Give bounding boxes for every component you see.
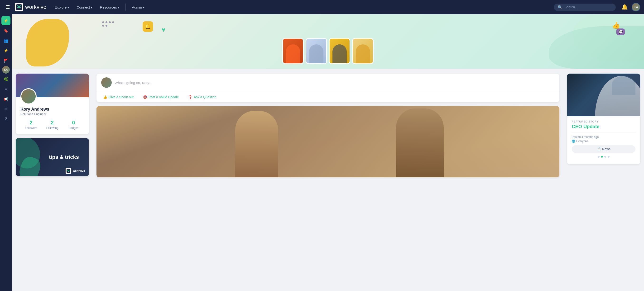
- hero-photo-4: [352, 38, 374, 64]
- sidebar-item-people[interactable]: 👥: [2, 36, 10, 45]
- followers-label: Followers: [20, 126, 42, 130]
- featured-tag[interactable]: 📄 News: [572, 145, 636, 153]
- ask-question-icon: ❓: [188, 95, 192, 99]
- tips-title: tips & tricks: [49, 154, 84, 160]
- badges-stat[interactable]: 0 Badges: [63, 120, 84, 130]
- hero-photo-2: [306, 38, 327, 64]
- globe-icon: 🌐: [572, 140, 575, 143]
- sidebar-item-feed[interactable]: ⚡: [2, 46, 10, 55]
- sidebar-item-bookmarks[interactable]: 🔖: [2, 26, 10, 35]
- sidebar-item-layers[interactable]: ≡: [2, 84, 10, 93]
- badges-count: 0: [63, 120, 84, 126]
- feed-overlay: [96, 106, 560, 177]
- sidebar: ⚡ 🔖 👥 ⚡ 🚩 KA 🌿 ≡ 📢 ⚙ 🎙: [0, 14, 12, 291]
- following-stat[interactable]: 2 Following: [42, 120, 63, 130]
- admin-chevron: [143, 5, 144, 9]
- featured-meta: Posted 4 months ago 🌐 Everyone: [572, 132, 636, 143]
- hero-photo-1: [282, 38, 304, 64]
- feed-photo-background: [96, 106, 560, 177]
- main-wrapper: 🔔 ♥ 👍 💬: [12, 14, 644, 291]
- main-nav: Explore Connect Resources Admin: [51, 3, 148, 11]
- carousel-dot-1[interactable]: [598, 156, 600, 158]
- shoutout-action[interactable]: 👍 Give a Shout-out: [101, 94, 136, 100]
- carousel-dot-4[interactable]: [608, 156, 610, 158]
- menu-icon[interactable]: ☰: [4, 3, 12, 11]
- search-bar[interactable]: 🔍: [554, 3, 616, 11]
- badges-label: Badges: [63, 126, 84, 130]
- featured-photo: [567, 74, 640, 116]
- tips-content: tips & tricks: [16, 138, 89, 176]
- hero-dot: [106, 21, 108, 23]
- center-panel: What's going on, Kory? 👍 Give a Shout-ou…: [93, 69, 563, 291]
- content-row: Kory Andrews Solutions Engineer 2 Follow…: [12, 69, 644, 291]
- featured-body: FEATURED STORY CEO Update Posted 4 month…: [567, 116, 640, 164]
- app-name: workvivo: [25, 4, 46, 10]
- sidebar-item-activity[interactable]: ⚡: [2, 16, 10, 25]
- post-avatar: [101, 77, 112, 88]
- value-update-label: Post a Value Update: [148, 95, 179, 99]
- following-count: 2: [42, 120, 63, 126]
- followers-stat[interactable]: 2 Followers: [20, 120, 42, 130]
- featured-tag-label: News: [602, 147, 610, 151]
- featured-card: FEATURED STORY CEO Update Posted 4 month…: [567, 74, 640, 164]
- post-input[interactable]: What's going on, Kory?: [114, 81, 555, 85]
- right-panel: FEATURED STORY CEO Update Posted 4 month…: [563, 69, 644, 291]
- resources-chevron: [118, 5, 119, 9]
- hero-dot: [102, 21, 104, 23]
- sidebar-item-settings[interactable]: ⚙: [2, 104, 10, 113]
- carousel-dot-2[interactable]: [601, 156, 603, 158]
- nav-admin[interactable]: Admin: [128, 3, 148, 11]
- hero-dot: [112, 21, 114, 23]
- nav-resources[interactable]: Resources: [96, 3, 122, 11]
- ask-question-label: Ask a Question: [194, 95, 216, 99]
- notification-bell[interactable]: 🔔: [622, 4, 628, 10]
- connect-chevron: [91, 5, 92, 9]
- nav-explore[interactable]: Explore: [51, 3, 72, 11]
- profile-avatar[interactable]: [20, 88, 36, 104]
- featured-head: [612, 76, 636, 95]
- featured-label: FEATURED STORY: [572, 120, 636, 123]
- hero-dot: [109, 21, 111, 23]
- shoutout-icon: 👍: [103, 95, 107, 99]
- shoutout-label: Give a Shout-out: [108, 95, 134, 99]
- hero-photo-3: [329, 38, 350, 64]
- sidebar-item-flags[interactable]: 🚩: [2, 56, 10, 65]
- featured-title: CEO Update: [572, 124, 636, 129]
- value-update-action[interactable]: 🎯 Post a Value Update: [141, 94, 180, 100]
- logo[interactable]: workvivo: [15, 3, 46, 11]
- nav-divider: [126, 3, 126, 11]
- topnav: ☰ workvivo Explore Connect Resources Adm…: [0, 0, 644, 14]
- sidebar-item-leaf[interactable]: 🌿: [2, 74, 10, 83]
- carousel-dots: [572, 153, 636, 160]
- topnav-icons: 🔔 KA: [622, 3, 640, 11]
- user-avatar[interactable]: KA: [632, 3, 640, 11]
- sidebar-item-announcements[interactable]: 📢: [2, 94, 10, 103]
- nav-connect[interactable]: Connect: [73, 3, 96, 11]
- hero-blob-yellow: [26, 19, 69, 66]
- following-label: Following: [42, 126, 63, 130]
- tips-card[interactable]: tips & tricks workvivo: [16, 138, 89, 176]
- post-box-top: What's going on, Kory?: [96, 74, 560, 92]
- left-panel: Kory Andrews Solutions Engineer 2 Follow…: [12, 69, 93, 291]
- search-input[interactable]: [564, 5, 612, 9]
- hero-chat-bubble: 💬: [616, 28, 625, 35]
- post-actions: 👍 Give a Shout-out 🎯 Post a Value Update…: [96, 92, 560, 102]
- post-box: What's going on, Kory? 👍 Give a Shout-ou…: [96, 74, 560, 102]
- sidebar-user-avatar[interactable]: KA: [2, 66, 10, 74]
- sidebar-item-broadcast[interactable]: 🎙: [2, 114, 10, 123]
- explore-chevron: [68, 5, 69, 9]
- hero-dot: [106, 25, 108, 26]
- profile-card: Kory Andrews Solutions Engineer 2 Follow…: [16, 74, 89, 134]
- hero-thumb-icon: 👍: [612, 21, 620, 29]
- profile-stats: 2 Followers 2 Following 0 Badges: [20, 120, 84, 130]
- hero-banner: 🔔 ♥ 👍 💬: [12, 14, 644, 69]
- profile-role: Solutions Engineer: [20, 112, 84, 116]
- ask-question-action[interactable]: ❓ Ask a Question: [186, 94, 218, 100]
- feed-image: [96, 106, 560, 177]
- hero-heart-icon: ♥: [162, 26, 166, 34]
- carousel-dot-3[interactable]: [604, 156, 606, 158]
- profile-card-header: [16, 74, 89, 97]
- hero-bell-icon: 🔔: [142, 21, 153, 32]
- feed-image-card: [96, 106, 560, 177]
- featured-audience: 🌐 Everyone: [572, 140, 636, 143]
